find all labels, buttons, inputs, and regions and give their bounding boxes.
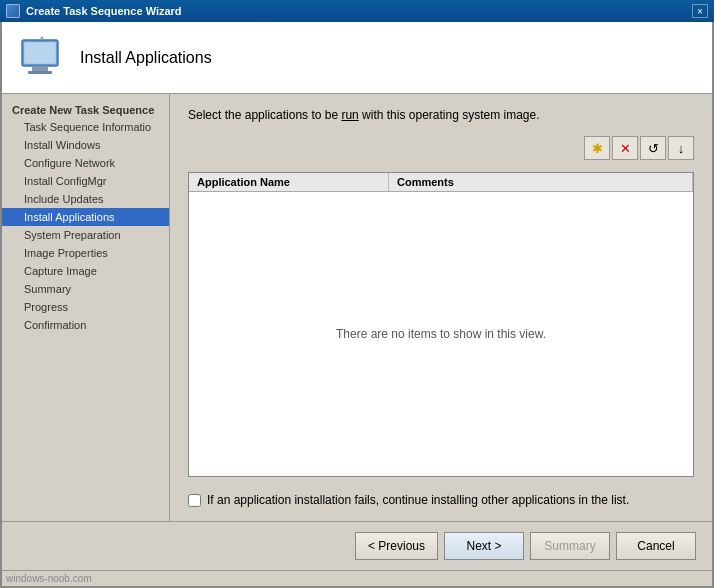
continue-on-failure-checkbox[interactable]: [188, 494, 201, 507]
previous-button[interactable]: < Previous: [355, 532, 438, 560]
wizard-icon: [6, 4, 20, 18]
summary-button[interactable]: Summary: [530, 532, 610, 560]
svg-rect-3: [28, 71, 52, 74]
scrollbar-area: windows-noob.com: [2, 570, 712, 586]
close-button[interactable]: ×: [692, 4, 708, 18]
wizard-footer: < Previous Next > Summary Cancel: [2, 521, 712, 570]
continue-checkbox-label: If an application installation fails, co…: [207, 493, 629, 507]
cancel-button[interactable]: Cancel: [616, 532, 696, 560]
wizard-header-title: Install Applications: [80, 49, 212, 67]
add-application-button[interactable]: ✱: [584, 136, 610, 160]
underline-text: run: [341, 108, 358, 122]
nav-item-capture-image[interactable]: Capture Image: [2, 262, 169, 280]
wizard-header: Install Applications: [2, 22, 712, 94]
nav-item-task-sequence-information[interactable]: Task Sequence Informatio: [2, 118, 169, 136]
nav-group-label: Create New Task Sequence: [2, 100, 169, 118]
nav-item-summary[interactable]: Summary: [2, 280, 169, 298]
description-text: Select the applications to be run with t…: [188, 108, 694, 122]
svg-rect-4: [25, 43, 55, 63]
svg-point-5: [41, 36, 44, 39]
wizard-nav: Create New Task Sequence Task Sequence I…: [2, 94, 170, 521]
wizard-content: Create New Task Sequence Task Sequence I…: [2, 94, 712, 521]
continue-checkbox-row: If an application installation fails, co…: [188, 493, 694, 507]
nav-item-include-updates[interactable]: Include Updates: [2, 190, 169, 208]
watermark: windows-noob.com: [6, 573, 92, 584]
nav-item-image-properties[interactable]: Image Properties: [2, 244, 169, 262]
nav-item-install-applications[interactable]: Install Applications: [2, 208, 169, 226]
nav-item-install-windows[interactable]: Install Windows: [2, 136, 169, 154]
col-header-comments: Comments: [389, 173, 693, 191]
nav-item-system-preparation[interactable]: System Preparation: [2, 226, 169, 244]
move-down-button[interactable]: ↓: [668, 136, 694, 160]
title-bar: Create Task Sequence Wizard ×: [0, 0, 714, 22]
nav-item-progress[interactable]: Progress: [2, 298, 169, 316]
window-body: Install Applications Create New Task Seq…: [0, 22, 714, 588]
title-bar-left: Create Task Sequence Wizard: [6, 4, 182, 18]
nav-item-confirmation[interactable]: Confirmation: [2, 316, 169, 334]
nav-item-configure-network[interactable]: Configure Network: [2, 154, 169, 172]
next-button[interactable]: Next >: [444, 532, 524, 560]
wizard-panel: Select the applications to be run with t…: [170, 94, 712, 521]
move-up-button[interactable]: ↺: [640, 136, 666, 160]
col-header-app-name: Application Name: [189, 173, 389, 191]
remove-application-button[interactable]: ✕: [612, 136, 638, 160]
svg-rect-2: [32, 67, 48, 71]
app-list-empty-message: There are no items to show in this view.: [189, 192, 693, 476]
list-toolbar: ✱ ✕ ↺ ↓: [188, 136, 694, 160]
application-list: Application Name Comments There are no i…: [188, 172, 694, 477]
app-list-header: Application Name Comments: [189, 173, 693, 192]
title-bar-title: Create Task Sequence Wizard: [26, 5, 182, 17]
header-icon: [18, 34, 66, 82]
nav-item-install-configmgr[interactable]: Install ConfigMgr: [2, 172, 169, 190]
